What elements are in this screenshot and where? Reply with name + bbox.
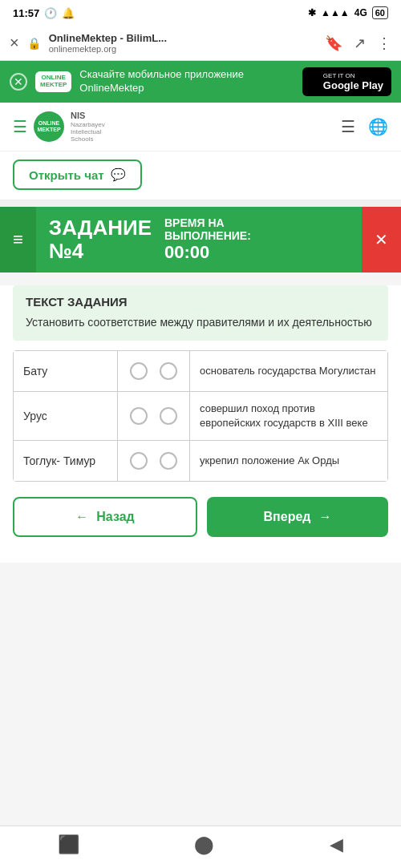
time-label-line2: ВЫПОЛНЕНИЕ:: [164, 229, 251, 242]
separator: [0, 200, 401, 207]
radio-button-3a[interactable]: [130, 452, 148, 470]
task-text-label: ТЕКСТ ЗАДАНИЯ: [26, 295, 375, 309]
browser-title: OnlineMektep - BilimL...: [49, 32, 317, 44]
task-header: ≡ ЗАДАНИЕ №4 ВРЕМЯ НА ВЫПОЛНЕНИЕ: 00:00 …: [0, 207, 401, 273]
back-button[interactable]: ← Назад: [13, 497, 197, 537]
browser-bar: × 🔒 OnlineMektep - BilimL... onlinemekte…: [0, 26, 401, 61]
header-left: ☰ ONLINE MEKTEP NIS Nazarbayev Intellect…: [13, 111, 105, 143]
browser-url-area[interactable]: OnlineMektep - BilimL... onlinemektep.or…: [49, 32, 317, 54]
signal-icon: ▲▲▲: [321, 7, 350, 18]
task-title-area: ЗАДАНИЕ №4 ВРЕМЯ НА ВЫПОЛНЕНИЕ: 00:00: [36, 207, 362, 273]
browser-domain: onlinemektep.org: [49, 44, 317, 54]
left-term-2: Урус: [14, 392, 118, 440]
matching-row: Урус совершил поход против европейских г…: [13, 391, 388, 441]
more-icon[interactable]: ⋮: [377, 34, 391, 52]
browser-close-button[interactable]: ×: [10, 34, 19, 52]
matching-container: Бату основатель государства Могулистан У…: [13, 350, 388, 482]
play-store-icon: ▶: [310, 75, 320, 90]
open-chat-button[interactable]: Открыть чат 💬: [13, 159, 142, 190]
matching-row: Бату основатель государства Могулистан: [13, 350, 388, 392]
browser-action-icons: 🔖 ↗ ⋮: [325, 34, 391, 52]
square-nav-icon[interactable]: ⬛: [58, 834, 79, 855]
left-term-3: Тоглук- Тимур: [14, 441, 118, 481]
site-header: ☰ ONLINE MEKTEP NIS Nazarbayev Intellect…: [0, 103, 401, 151]
back-label: Назад: [96, 510, 134, 524]
circle-nav-icon[interactable]: ⬤: [194, 834, 214, 855]
radio-button-2b[interactable]: [160, 407, 177, 425]
radio-button-3b[interactable]: [160, 452, 177, 470]
network-icon: 4G: [354, 7, 367, 18]
radio-button-1a[interactable]: [130, 362, 148, 380]
bluetooth-icon: ✱: [308, 7, 316, 18]
lock-icon: 🔒: [27, 37, 41, 50]
notification-icon: 🔔: [62, 7, 75, 19]
radio-group-3: [118, 441, 190, 481]
chat-label: Открыть чат: [29, 168, 104, 182]
nis-logo-area: NIS Nazarbayev Intellectual Schools: [71, 111, 105, 143]
status-time: 11:57: [13, 7, 39, 19]
radio-button-2a[interactable]: [130, 407, 148, 425]
time-value: 00:00: [164, 242, 251, 263]
forward-button[interactable]: Вперед →: [207, 497, 388, 537]
status-bar: 11:57 🕐 🔔 ✱ ▲▲▲ 4G 60: [0, 0, 401, 26]
task-close-button[interactable]: ✕: [362, 207, 401, 273]
header-right: ☰ 🌐: [341, 117, 388, 136]
banner-text: Скачайте мобильное приложение OnlineMekt…: [79, 68, 294, 95]
chat-area: Открыть чат 💬: [0, 151, 401, 200]
online-mektep-logo: ONLINE MEKTEP: [34, 111, 64, 142]
left-term-1: Бату: [14, 351, 118, 391]
alarm-icon: 🕐: [44, 7, 57, 19]
right-term-2: совершил поход против европейских госуда…: [190, 392, 387, 440]
forward-arrow-icon: →: [318, 510, 331, 524]
list-icon[interactable]: ☰: [341, 117, 355, 136]
close-icon: ✕: [375, 230, 388, 249]
banner-logo: ONLINE MEKTEP: [35, 71, 71, 92]
globe-icon[interactable]: 🌐: [368, 117, 388, 136]
hamburger-menu-icon: ≡: [13, 229, 23, 250]
radio-group-2: [118, 392, 190, 440]
radio-button-1b[interactable]: [160, 362, 177, 380]
chat-icon: 💬: [111, 168, 126, 182]
right-term-1: основатель государства Могулистан: [190, 351, 387, 391]
nav-buttons: ← Назад Вперед →: [13, 497, 388, 537]
radio-group-1: [118, 351, 190, 391]
google-play-top-label: GET IT ON: [323, 72, 383, 79]
task-description: Установить соответствие между правителям…: [26, 315, 375, 331]
bookmark-icon[interactable]: 🔖: [325, 34, 342, 52]
share-icon[interactable]: ↗: [354, 34, 366, 52]
task-menu-button[interactable]: ≡: [0, 207, 36, 273]
google-play-button[interactable]: ▶ GET IT ON Google Play: [302, 67, 391, 96]
promo-banner: ✕ ONLINE MEKTEP Скачайте мобильное прило…: [0, 61, 401, 103]
status-left: 11:57 🕐 🔔: [13, 7, 75, 19]
google-play-label: Google Play: [323, 79, 383, 91]
main-content: ТЕКСТ ЗАДАНИЯ Установить соответствие ме…: [0, 285, 401, 563]
menu-icon[interactable]: ☰: [13, 117, 27, 136]
time-label-line1: ВРЕМЯ НА: [164, 216, 251, 229]
matching-row: Тоглук- Тимур укрепил положение Ак Орды: [13, 440, 388, 482]
banner-close-button[interactable]: ✕: [10, 73, 27, 91]
task-text-section: ТЕКСТ ЗАДАНИЯ Установить соответствие ме…: [13, 285, 388, 341]
right-term-3: укрепил положение Ак Орды: [190, 441, 387, 481]
task-name-line2: №4: [49, 240, 152, 263]
bottom-nav-bar: ⬛ ⬤ ◀: [0, 826, 401, 868]
task-name-line1: ЗАДАНИЕ: [49, 216, 152, 240]
back-nav-icon[interactable]: ◀: [330, 834, 343, 855]
forward-label: Вперед: [264, 510, 311, 524]
status-right: ✱ ▲▲▲ 4G 60: [308, 6, 388, 19]
battery-indicator: 60: [372, 6, 388, 19]
back-arrow-icon: ←: [75, 510, 88, 524]
